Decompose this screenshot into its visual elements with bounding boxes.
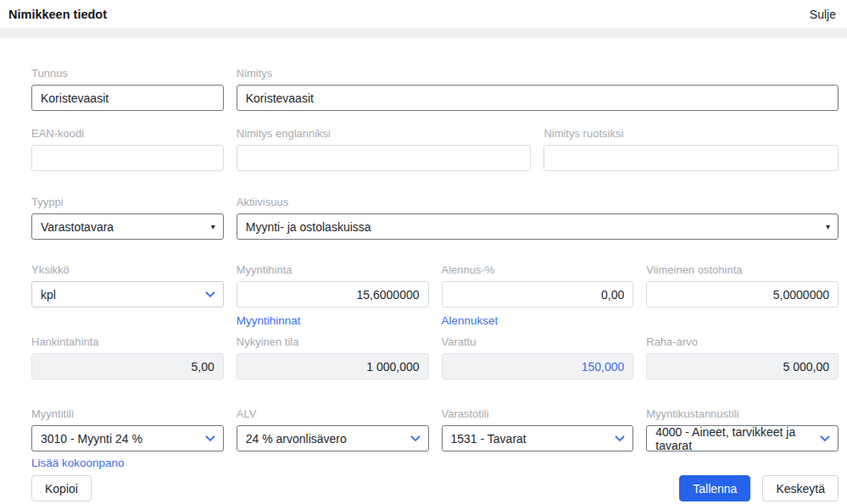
field-nimitys-ruotsiksi: Nimitys ruotsiksi [543, 127, 839, 171]
hankintahinta-readonly [31, 353, 224, 379]
hankintahinta-label: Hankintahinta [31, 335, 224, 348]
nykyinen-tila-readonly [237, 353, 429, 379]
nimitys-ruotsiksi-label: Nimitys ruotsiksi [543, 127, 839, 140]
myyntikustannustili-value: 4000 - Aineet, tarvikkeet ja tavarat [655, 425, 813, 452]
item-details-form: Tunnus Nimitys EAN-koodi Nimitys englann… [0, 38, 847, 501]
myyntitili-value: 3010 - Myynti 24 % [41, 432, 142, 446]
close-button[interactable]: Sulje [810, 8, 836, 21]
varattu-readonly[interactable] [442, 353, 634, 379]
nimitys-input[interactable] [237, 85, 839, 111]
tyyppi-label: Tyyppi [31, 196, 224, 208]
copy-button[interactable]: Kopioi [31, 475, 92, 501]
nimitys-ruotsiksi-input[interactable] [543, 145, 839, 171]
chevron-down-icon [410, 435, 421, 442]
varastotili-label: Varastotili [442, 407, 634, 420]
page-title: Nimikkeen tiedot [8, 8, 107, 21]
yksikko-label: Yksikkö [31, 263, 224, 276]
field-nimitys: Nimitys [237, 67, 839, 111]
alv-value: 24 % arvonlisävero [246, 432, 347, 446]
field-nykyinen-tila: Nykyinen tila [237, 335, 429, 379]
alv-select[interactable]: 24 % arvonlisävero [237, 425, 429, 451]
dialog-header: Nimikkeen tiedot Sulje [0, 0, 847, 28]
field-varastotili: Varastotili 1531 - Tavarat [442, 407, 634, 451]
field-yksikko: Yksikkö kpl [31, 263, 224, 307]
chevron-down-icon: ▾ [826, 223, 830, 231]
yksikko-value: kpl [41, 288, 56, 302]
chevron-down-icon [205, 291, 215, 298]
raha-arvo-label: Raha-arvo [646, 335, 839, 348]
chevron-down-icon [615, 435, 625, 442]
chevron-down-icon: ▾ [211, 223, 215, 231]
nimitys-label: Nimitys [237, 67, 839, 80]
tunnus-input[interactable] [31, 85, 224, 111]
myyntitili-label: Myyntitili [31, 407, 224, 420]
varattu-label: Varattu [442, 335, 634, 348]
aktiivisuus-value: Myynti- ja ostolaskuissa [246, 220, 371, 234]
myyntikustannustili-select[interactable]: 4000 - Aineet, tarvikkeet ja tavarat [646, 425, 839, 451]
varastotili-select[interactable]: 1531 - Tavarat [442, 425, 634, 451]
alennukset-link[interactable]: Alennukset [442, 314, 499, 327]
actions-bar: Kopioi Tallenna Keskeytä [31, 475, 839, 501]
myyntihinnat-link[interactable]: Myyntihinnat [237, 314, 301, 327]
aktiivisuus-label: Aktiivisuus [237, 196, 839, 208]
field-alennus: Alennus-% Alennukset [442, 263, 634, 328]
field-raha-arvo: Raha-arvo [646, 335, 839, 379]
alennus-input[interactable] [442, 281, 634, 307]
field-tyyppi: Tyyppi Varastotavara ▾ [31, 196, 224, 240]
ean-koodi-label: EAN-koodi [31, 127, 224, 140]
tunnus-label: Tunnus [31, 67, 224, 80]
field-myyntitili: Myyntitili 3010 - Myynti 24 % [31, 407, 224, 451]
aktiivisuus-select[interactable]: Myynti- ja ostolaskuissa ▾ [237, 213, 839, 240]
field-nimitys-englanniksi: Nimitys englanniksi [237, 127, 532, 171]
myyntihinta-label: Myyntihinta [237, 263, 429, 276]
yksikko-select[interactable]: kpl [31, 281, 224, 307]
chevron-down-icon [820, 435, 830, 442]
nykyinen-tila-label: Nykyinen tila [237, 335, 429, 348]
field-viimeinen-ostohinta: Viimeinen ostohinta [646, 263, 839, 307]
viimeinen-ostohinta-label: Viimeinen ostohinta [646, 263, 839, 276]
lisaa-kokoonpano-link[interactable]: Lisää kokoonpano [31, 457, 125, 469]
alennus-label: Alennus-% [442, 263, 634, 276]
alv-label: ALV [237, 407, 429, 420]
field-tunnus: Tunnus [31, 67, 224, 111]
myyntikustannustili-label: Myyntikustannustili [646, 407, 839, 420]
varastotili-value: 1531 - Tavarat [451, 432, 527, 446]
cancel-button[interactable]: Keskeytä [762, 475, 839, 501]
nimitys-englanniksi-label: Nimitys englanniksi [237, 127, 532, 140]
field-aktiivisuus: Aktiivisuus Myynti- ja ostolaskuissa ▾ [237, 196, 839, 240]
nimitys-englanniksi-input[interactable] [237, 145, 532, 171]
myyntihinta-input[interactable] [237, 281, 429, 307]
field-myyntikustannustili: Myyntikustannustili 4000 - Aineet, tarvi… [646, 407, 839, 451]
tyyppi-value: Varastotavara [41, 220, 114, 234]
field-varattu: Varattu [442, 335, 634, 379]
raha-arvo-readonly [646, 353, 839, 379]
ean-koodi-input[interactable] [31, 145, 224, 171]
field-myyntihinta: Myyntihinta Myyntihinnat [237, 263, 429, 328]
field-alv: ALV 24 % arvonlisävero [237, 407, 429, 451]
field-hankintahinta: Hankintahinta [31, 335, 224, 379]
myyntitili-select[interactable]: 3010 - Myynti 24 % [31, 425, 224, 451]
header-divider-band [0, 28, 847, 38]
chevron-down-icon [205, 435, 215, 442]
field-ean-koodi: EAN-koodi [31, 127, 224, 171]
save-button[interactable]: Tallenna [679, 475, 750, 501]
viimeinen-ostohinta-input[interactable] [646, 281, 839, 307]
tyyppi-select[interactable]: Varastotavara ▾ [31, 213, 224, 240]
